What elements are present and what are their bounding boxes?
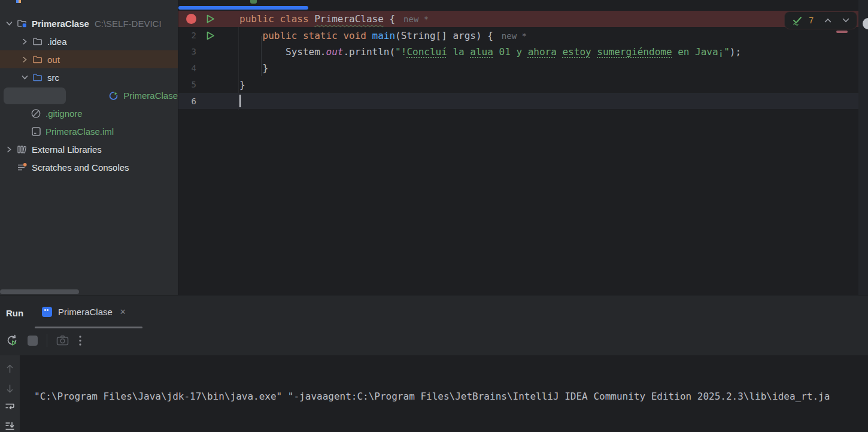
folder-icon (32, 55, 43, 65)
code-text: System.out.println("!Concluí la alua 01 … (239, 46, 741, 58)
ignored-file-icon (31, 108, 41, 119)
editor-line-5[interactable]: 5 } (178, 77, 858, 93)
line-number: 6 (180, 96, 196, 106)
code-token: ahora (528, 46, 557, 58)
active-tab-indicator (35, 327, 142, 328)
chevron-expanded-icon[interactable] (20, 75, 29, 80)
line-number: 2 (180, 31, 196, 40)
code-lines: public class PrimeraClase {new * 2 publi… (178, 11, 858, 109)
line-number: 3 (180, 47, 196, 56)
tree-row-external-libraries[interactable]: External Libraries (0, 140, 178, 158)
run-tab-primeraclase[interactable]: PrimeraClase ✕ (42, 307, 126, 317)
inspections-widget[interactable]: 7 (785, 12, 857, 29)
code-token: "! (395, 46, 406, 58)
project-folder-icon (17, 18, 28, 29)
more-options-icon[interactable] (79, 336, 81, 346)
editor-line-3[interactable]: 3 System.out.println("!Concluí la alua 0… (178, 44, 858, 60)
tree-row-scratches[interactable]: Scratches and Consoles (0, 158, 178, 176)
code-text: } (239, 62, 268, 74)
tree-row-out[interactable]: out (0, 50, 178, 68)
chevron-collapsed-icon[interactable] (5, 146, 13, 153)
code-token: out (326, 46, 344, 58)
tree-item-label: PrimeraClase (123, 90, 178, 101)
code-token: la (447, 46, 471, 58)
clipped-toolbar-icon (19, 0, 21, 3)
run-console: "C:\Program Files\Java\jdk-17\bin\java.e… (0, 355, 868, 432)
run-line-icon[interactable] (205, 31, 216, 41)
tree-row-project-root[interactable]: PrimeraClase C:\SELF-DEVICI (0, 14, 178, 32)
scroll-up-icon[interactable] (5, 363, 15, 374)
inlay-hint: new * (502, 31, 527, 41)
next-highlight-icon[interactable] (842, 18, 849, 23)
code-token: en Java¡" (672, 46, 730, 58)
run-line-icon[interactable] (205, 14, 216, 24)
horizontal-scrollbar[interactable] (0, 289, 79, 294)
tree-row-idea[interactable]: .idea (0, 32, 178, 50)
scratches-icon (17, 162, 28, 173)
inspections-ok-icon (792, 16, 803, 26)
code-token: estoy (562, 46, 591, 58)
editor-line-4[interactable]: 4 } (178, 60, 858, 76)
scroll-to-end-icon[interactable] (5, 421, 16, 431)
editor-scrollbar-strip[interactable] (858, 0, 868, 295)
tree-row-src[interactable]: src (0, 68, 178, 86)
line-number: 5 (180, 80, 196, 89)
chevron-expanded-icon[interactable] (5, 21, 13, 26)
run-panel-title: Run (6, 308, 23, 318)
run-toolbar (5, 333, 81, 348)
tree-row-primeraclase[interactable]: PrimeraClase (0, 86, 178, 104)
chevron-collapsed-icon[interactable] (20, 38, 29, 45)
chevron-collapsed-icon[interactable] (20, 56, 29, 63)
console-tab-icon (42, 307, 52, 317)
external-libraries-icon (17, 144, 28, 155)
soft-wrap-icon[interactable] (5, 402, 16, 412)
code-text (239, 95, 241, 107)
scroll-down-icon[interactable] (5, 383, 15, 394)
code-token: } (239, 62, 268, 74)
line-number: 4 (180, 64, 196, 73)
tree-row-iml[interactable]: PrimeraClase.iml (0, 122, 178, 140)
tree-item-label: Scratches and Consoles (32, 162, 129, 173)
breakpoint-slot[interactable] (180, 14, 196, 24)
code-token: .println( (343, 46, 395, 58)
rerun-icon[interactable] (5, 334, 19, 347)
code-text: public static void main(String[] args) {… (239, 30, 527, 41)
inlay-hint: new * (403, 14, 429, 24)
stop-icon[interactable] (28, 336, 38, 346)
tree-item-label: External Libraries (32, 144, 102, 155)
run-class-icon (108, 90, 119, 101)
code-token: Concluí (406, 46, 447, 58)
ide-window: PrimeraClase C:\SELF-DEVICI .idea out (0, 0, 868, 432)
close-icon[interactable]: ✕ (120, 307, 126, 316)
code-token: public static void (239, 30, 372, 41)
code-editor: public class PrimeraClase {new * 2 publi… (178, 0, 858, 295)
editor-line-1[interactable]: public class PrimeraClase {new * (178, 11, 858, 27)
indent-guide (261, 36, 262, 76)
folder-icon (32, 37, 43, 47)
error-stripe-mark[interactable] (836, 31, 848, 33)
prev-highlight-icon[interactable] (824, 18, 831, 23)
code-token: sumergiéndome (597, 46, 672, 58)
clipped-editor-tab-icon (250, 0, 257, 4)
editor-line-6[interactable]: 6 (178, 93, 858, 109)
tree-item-label: PrimeraClase.iml (45, 126, 114, 137)
module-file-icon (31, 126, 41, 137)
run-tab-label: PrimeraClase (58, 307, 113, 317)
breakpoint-icon[interactable] (186, 14, 196, 24)
project-tree-panel: PrimeraClase C:\SELF-DEVICI .idea out (0, 0, 178, 295)
tree-row-gitignore[interactable]: .gitignore (0, 104, 178, 122)
code-token: ); (730, 46, 741, 58)
project-root-label: PrimeraClase (32, 19, 89, 29)
warning-count: 7 (809, 16, 814, 25)
code-token: public class (239, 13, 314, 25)
code-token: { (384, 13, 395, 25)
code-token (591, 46, 597, 58)
code-token: (String[] args) { (395, 30, 493, 41)
progress-bar (178, 6, 308, 10)
screenshot-icon[interactable] (56, 335, 69, 346)
editor-line-2[interactable]: 2 public static void main(String[] args)… (178, 27, 858, 43)
code-token: alua (470, 46, 493, 58)
console-line: "C:\Program Files\Java\jdk-17\bin\java.e… (34, 388, 830, 404)
toolbar-separator (47, 334, 47, 347)
tree-item-label: out (47, 55, 60, 65)
